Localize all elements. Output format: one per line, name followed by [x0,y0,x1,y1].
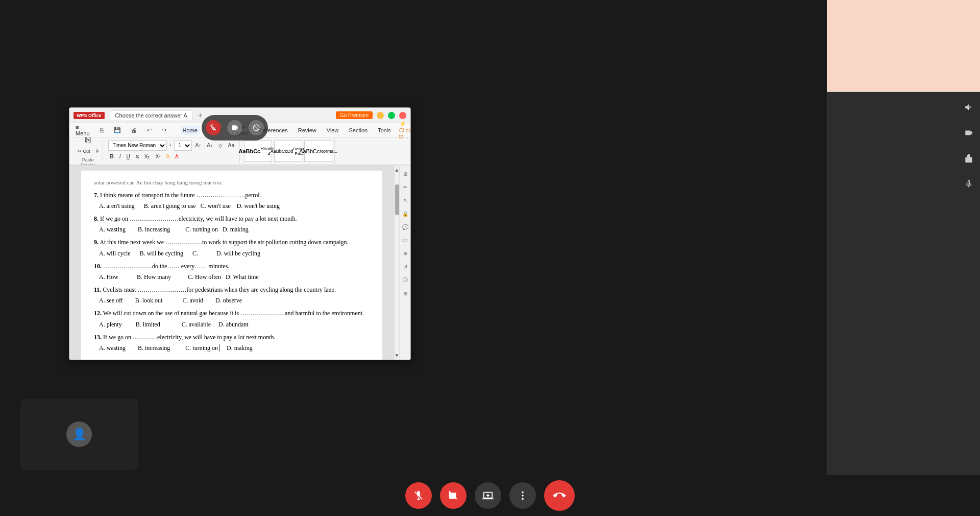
wps-menu-section[interactable]: Section [347,126,370,134]
wps-sidebar-icon-10[interactable]: ⊞ [401,289,409,297]
ribbon-bold-btn[interactable]: B [108,152,116,162]
doc-q9-options: A. will cycle B. will be cycling C. D. w… [94,249,370,259]
ribbon-shrink-font-btn[interactable]: A↓ [205,140,215,151]
ribbon-cut-btn[interactable]: ✂ Cut [76,146,92,156]
wps-sidebar-icon-2[interactable]: ✏ [401,183,409,191]
wps-menu-menu[interactable]: ≡ Menu [74,123,92,137]
style-default-par[interactable]: AaBbCcDdDefault Par... [274,140,302,162]
doc-partial-top: solar powered car. Ae hoi chay bang hang… [94,178,370,187]
ribbon-superscript-btn[interactable]: X² [153,152,162,162]
ribbon-strikethrough-btn[interactable]: S̶ [134,152,141,162]
doc-q11-options: A. see off B. look out C. avoid D. obser… [94,296,370,306]
wps-sidebar-icon-3[interactable]: ↖ [401,196,409,204]
ribbon-grow-font-btn[interactable]: A↑ [193,140,204,151]
doc-q9: 9. At this time next week we ………………to wo… [94,238,370,247]
doc-q7-options: A. aren't using B. aren't going to use C… [94,201,370,211]
wps-menu-redo[interactable]: ↪ [160,126,168,134]
wps-menu-undo[interactable]: ↩ [145,126,154,134]
wps-doc-page: solar powered car. Ae hoi chay bang hang… [81,171,382,360]
bottom-bar [0,475,980,516]
wps-sidebar-icon-4[interactable]: 🔒 [401,209,409,218]
doc-q12-options: A. plenty B. limited C. available D. abu… [94,320,370,330]
wps-sidebar-icon-9[interactable]: ⓘ [401,276,409,284]
svg-point-5 [522,495,524,497]
doc-content: solar powered car. Ae hoi chay bang hang… [94,178,370,353]
ribbon-size-select[interactable]: 14 [174,140,192,151]
doc-q10: 10. ……………………do the…… every…… minutes. [94,262,370,271]
doc-q13-options: A. wasting B. increasing C. turning on D… [94,343,370,353]
wps-scrollbar[interactable]: ▲ ▼ [394,166,399,360]
overlay-camera-btn[interactable] [227,120,242,135]
doc-q13: 13. If we go on …………electricity, we will… [94,333,370,342]
ribbon-highlight-btn[interactable]: A [164,152,172,162]
browser-top [827,0,980,92]
wps-premium-btn[interactable]: Go Premium [336,111,373,119]
sidebar-icon-mute[interactable] [961,100,976,115]
svg-line-2 [254,125,258,130]
style-preview: AaBbCcHeading 4 AaBbCcDdDefault Par... A… [244,138,332,163]
sidebar-icon-camera[interactable] [961,125,976,140]
wps-new-tab-btn[interactable]: + [195,111,205,120]
wps-sidebar-icons: ⊞ ✏ ↖ 🔒 💬 </> ≋ ↺ ⓘ ⊞ [399,166,410,360]
ribbon-clipboard-group: ⎘ ✂ Cut ⎘ PastePainter [74,138,103,163]
mute-mic-btn[interactable] [405,482,432,509]
doc-q12: 12. We will cut down on the use of natur… [94,309,370,318]
wps-menu-open[interactable]: ⎘ [98,126,106,134]
wps-titlebar-right: Go Premium [336,111,406,119]
svg-point-6 [522,498,524,500]
ribbon-italic-btn[interactable]: I [117,152,123,162]
wps-sidebar-icon-8[interactable]: ↺ [401,263,409,271]
doc-q11: 11. Cyclists must ……………………for pedestrian… [94,285,370,295]
ribbon-styles-group: AaBbCcHeading 4 AaBbCcDdDefault Par... A… [242,138,335,163]
overlay-stop-btn[interactable] [249,120,264,135]
wps-doc-area[interactable]: solar powered car. Ae hoi chay bang hang… [69,166,394,360]
present-screen-btn[interactable] [475,482,501,509]
wps-menu-review[interactable]: Review [296,126,318,134]
doc-q7: 7. I think means of transport in the fut… [94,191,370,200]
wps-menu-view[interactable]: View [325,126,341,134]
ribbon-paste-btn[interactable]: ⎘ [83,137,93,145]
wps-window: WPS Office Choose the correct answer A +… [69,107,411,360]
wps-logo-btn[interactable]: WPS Office [74,112,105,119]
wps-statusbar: Page Num: 1 Page: 1/2 Section: 1/1 SetVa… [69,360,410,360]
wps-menu-print[interactable]: 🖨 [129,126,139,134]
scrollbar-thumb[interactable] [395,184,399,215]
style-heading4[interactable]: AaBbCcHeading 4 [244,140,272,162]
style-normal[interactable]: AaBbCcNorma... [304,140,332,162]
wps-sidebar-icon-5[interactable]: 💬 [401,223,409,231]
wps-sidebar-icon-1[interactable]: ⊞ [401,170,409,178]
sidebar-icon-mute2[interactable] [961,176,976,192]
more-options-btn[interactable] [509,482,536,509]
svg-point-4 [522,491,524,494]
sidebar-icon-hand[interactable] [961,151,976,166]
participant-thumbnail: 👤 [20,398,138,470]
overlay-mute-btn[interactable] [206,120,221,135]
end-call-btn[interactable] [544,480,575,511]
wps-minimize-btn[interactable] [377,112,384,119]
ribbon-fontcolor-btn[interactable]: A [173,152,181,162]
doc-q8: 8. If we go on ……………………electricity, we w… [94,214,370,224]
wps-sidebar-icon-6[interactable]: </> [401,236,409,244]
ribbon-subscript-btn[interactable]: X₂ [142,152,152,162]
wps-active-tab[interactable]: Choose the correct answer A [110,110,193,120]
ribbon-font-select[interactable]: Times New Roman [108,140,167,151]
wps-menu-save[interactable]: 💾 [112,126,123,134]
right-sidebar-icons [957,92,980,475]
ribbon-font-group: Times New Roman · 14 A↑ A↓ ◇ Aa B I U S̶ [105,138,240,163]
wps-menu-tools[interactable]: Tools [376,126,393,134]
ribbon-case-btn[interactable]: Aa [226,140,236,151]
wps-maximize-btn[interactable] [388,112,395,119]
wps-click-to[interactable]: ⚡ Click to ... [399,121,411,139]
wps-close-btn[interactable] [399,112,406,119]
ribbon-copy-btn[interactable]: ⎘ [94,146,101,156]
doc-q8-options: A. wasting B. increasing C. turning on D… [94,225,370,234]
wps-sidebar-icon-7[interactable]: ≋ [401,249,409,257]
wps-menu-home[interactable]: Home [181,126,200,134]
ribbon-underline-btn[interactable]: U [125,152,132,162]
doc-q10-options: A. How B. How many C. How often D. What … [94,272,370,282]
wps-doc-container: solar powered car. Ae hoi chay bang hang… [69,166,410,360]
ribbon-clear-format-btn[interactable]: ◇ [216,140,225,151]
media-controls-overlay [202,115,268,140]
main-content: WPS Office Choose the correct answer A +… [0,0,827,516]
camera-off-btn[interactable] [440,482,467,509]
